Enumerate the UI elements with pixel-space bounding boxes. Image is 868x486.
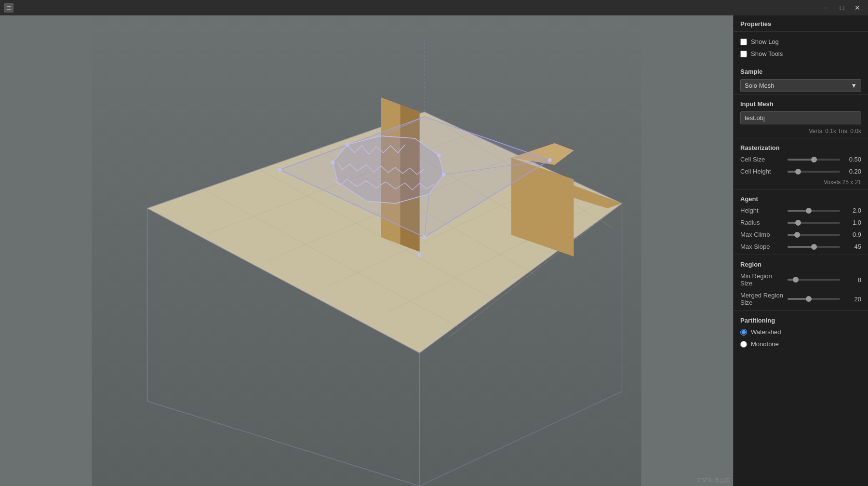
agent-radius-value: 1.0 bbox=[844, 219, 861, 226]
agent-height-row: Height 2.0 bbox=[734, 204, 868, 216]
svg-point-35 bbox=[442, 173, 446, 176]
agent-radius-label: Radius bbox=[740, 219, 784, 226]
watershed-radio[interactable] bbox=[740, 329, 747, 336]
agent-radius-thumb[interactable] bbox=[795, 220, 801, 226]
main-area: W/S/A/D: Move RMB: Rotate LMB+SHIFT: Set… bbox=[0, 15, 868, 486]
sample-section-header: Sample bbox=[734, 64, 868, 77]
voxels-row: Voxels 25 x 21 bbox=[734, 177, 868, 187]
show-log-row[interactable]: Show Log bbox=[734, 36, 868, 48]
monotone-radio[interactable] bbox=[740, 341, 747, 348]
scene-svg bbox=[0, 15, 733, 486]
agent-height-slider[interactable] bbox=[788, 210, 840, 212]
agent-radius-slider[interactable] bbox=[788, 222, 840, 224]
input-mesh-section-header: Input Mesh bbox=[734, 96, 868, 109]
sample-dropdown[interactable]: Solo Mesh ▼ bbox=[740, 79, 861, 92]
panel-body: Show Log Show Tools Sample Solo Mesh ▼ I… bbox=[734, 32, 868, 354]
monotone-label: Monotone bbox=[751, 340, 779, 348]
app-icon: ☰ bbox=[4, 3, 13, 13]
svg-point-39 bbox=[423, 235, 427, 239]
cell-size-thumb[interactable] bbox=[811, 157, 817, 162]
cell-size-value: 0.50 bbox=[844, 156, 861, 163]
partitioning-section-header: Partitioning bbox=[734, 313, 868, 326]
min-region-size-thumb[interactable] bbox=[793, 277, 799, 283]
agent-radius-row: Radius 1.0 bbox=[734, 216, 868, 229]
show-tools-checkbox[interactable] bbox=[740, 51, 747, 57]
cell-height-row: Cell Height 0.20 bbox=[734, 165, 868, 177]
max-climb-slider[interactable] bbox=[788, 234, 840, 236]
show-tools-row[interactable]: Show Tools bbox=[734, 48, 868, 60]
merged-region-size-row: Merged Region Size 20 bbox=[734, 289, 868, 309]
cell-height-value: 0.20 bbox=[844, 168, 861, 175]
max-slope-row: Max Slope 45 bbox=[734, 241, 868, 253]
cell-size-row: Cell Size 0.50 bbox=[734, 153, 868, 165]
agent-height-value: 2.0 bbox=[844, 207, 861, 214]
svg-point-36 bbox=[331, 161, 335, 164]
agent-section-header: Agent bbox=[734, 191, 868, 204]
svg-point-33 bbox=[346, 143, 349, 147]
max-slope-fill bbox=[788, 246, 814, 248]
max-climb-row: Max Climb 0.9 bbox=[734, 229, 868, 241]
min-region-size-slider[interactable] bbox=[788, 279, 840, 281]
max-slope-thumb[interactable] bbox=[811, 244, 817, 250]
svg-point-38 bbox=[548, 158, 552, 162]
show-log-checkbox[interactable] bbox=[740, 39, 747, 45]
max-climb-label: Max Climb bbox=[740, 231, 784, 238]
input-mesh-field: test.obj bbox=[740, 111, 861, 124]
svg-point-37 bbox=[278, 168, 282, 172]
properties-header: Properties bbox=[734, 15, 868, 32]
min-region-size-value: 8 bbox=[844, 276, 861, 284]
max-slope-label: Max Slope bbox=[740, 243, 784, 250]
max-slope-slider[interactable] bbox=[788, 246, 840, 248]
svg-point-34 bbox=[437, 153, 441, 157]
show-log-label: Show Log bbox=[751, 38, 779, 45]
show-tools-label: Show Tools bbox=[751, 50, 783, 57]
properties-panel: Properties Show Log Show Tools Sample So… bbox=[733, 15, 868, 486]
merged-region-size-thumb[interactable] bbox=[806, 296, 812, 302]
watermark: CSDN @金庆 bbox=[698, 477, 730, 484]
min-region-size-label: Min Region Size bbox=[740, 272, 784, 287]
cell-height-thumb[interactable] bbox=[795, 169, 801, 175]
divider-5 bbox=[734, 255, 868, 255]
titlebar-controls: ─ □ ✕ bbox=[820, 2, 864, 13]
agent-height-label: Height bbox=[740, 207, 784, 214]
agent-height-thumb[interactable] bbox=[806, 208, 812, 214]
svg-point-40 bbox=[418, 253, 422, 257]
titlebar: ☰ ─ □ ✕ bbox=[0, 0, 868, 15]
divider-6 bbox=[734, 310, 868, 311]
cell-height-slider[interactable] bbox=[788, 171, 840, 173]
max-slope-value: 45 bbox=[844, 243, 861, 250]
close-button[interactable]: ✕ bbox=[851, 2, 864, 13]
max-climb-thumb[interactable] bbox=[794, 232, 800, 238]
divider-3 bbox=[734, 138, 868, 138]
merged-region-size-value: 20 bbox=[844, 296, 861, 303]
viewport[interactable]: W/S/A/D: Move RMB: Rotate LMB+SHIFT: Set… bbox=[0, 15, 733, 486]
divider-2 bbox=[734, 94, 868, 94]
cell-size-label: Cell Size bbox=[740, 156, 784, 163]
divider-1 bbox=[734, 62, 868, 62]
min-region-size-row: Min Region Size 8 bbox=[734, 270, 868, 289]
rasterization-section-header: Rasterization bbox=[734, 140, 868, 153]
dropdown-arrow-icon: ▼ bbox=[851, 82, 857, 89]
watershed-label: Watershed bbox=[751, 328, 781, 336]
cell-size-fill bbox=[788, 159, 814, 161]
minimize-button[interactable]: ─ bbox=[820, 2, 833, 13]
watershed-row[interactable]: Watershed bbox=[734, 326, 868, 338]
divider-4 bbox=[734, 189, 868, 189]
region-section-header: Region bbox=[734, 257, 868, 270]
merged-region-size-slider[interactable] bbox=[788, 298, 840, 300]
monotone-row[interactable]: Monotone bbox=[734, 338, 868, 350]
cell-size-slider[interactable] bbox=[788, 159, 840, 161]
merged-region-size-label: Merged Region Size bbox=[740, 292, 784, 306]
cell-height-label: Cell Height bbox=[740, 168, 784, 175]
max-climb-value: 0.9 bbox=[844, 231, 861, 238]
maximize-button[interactable]: □ bbox=[835, 2, 849, 13]
sample-value: Solo Mesh bbox=[745, 82, 774, 89]
mesh-info: Verts: 0.1k Tris: 0.0k bbox=[734, 126, 868, 136]
